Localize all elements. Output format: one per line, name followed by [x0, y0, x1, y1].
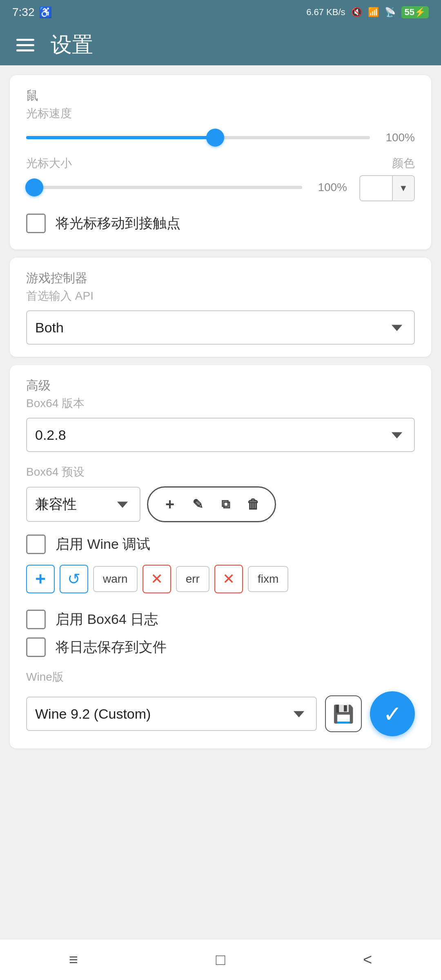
box64-log-label: 启用 Box64 日志 — [56, 610, 158, 629]
err-debug-button[interactable]: err — [176, 566, 209, 592]
move-cursor-label: 将光标移动到接触点 — [56, 214, 180, 233]
status-time: 7:32 — [12, 6, 35, 19]
accessibility-icon: ♿ — [39, 6, 52, 19]
refresh-debug-button[interactable]: ↺ — [60, 565, 88, 593]
cursor-size-row: 光标大小 100% 颜色 ▼ — [26, 156, 415, 205]
api-dropdown-value: Both — [35, 320, 388, 336]
cursor-speed-value: 100% — [378, 131, 415, 144]
header: 设置 — [0, 24, 441, 65]
status-right: 6.67 KB/s 🔇 📶 📡 55⚡ — [306, 6, 429, 18]
warn-debug-button[interactable]: warn — [93, 566, 138, 592]
menu-button[interactable] — [16, 39, 34, 51]
wine-version-value: Wine 9.2 (Custom) — [35, 706, 290, 722]
battery-badge: 55⚡ — [401, 6, 429, 18]
move-cursor-checkbox[interactable] — [26, 214, 46, 233]
api-dropdown-arrow-icon — [388, 318, 406, 336]
main-content: 鼠 光标速度 100% 光标大小 — [0, 65, 441, 806]
box64-version-dropdown[interactable]: 0.2.8 — [26, 418, 415, 452]
gamepad-section-label: 游戏控制器 — [26, 270, 415, 287]
box64-log-checkbox[interactable] — [26, 610, 46, 629]
preset-dropdown-arrow-icon — [114, 495, 131, 513]
preset-action-buttons: + ✎ ⧉ 🗑 — [147, 486, 276, 522]
add-preset-button[interactable]: + — [158, 492, 182, 516]
advanced-section: 高级 Box64 版本 0.2.8 Box64 预设 兼容性 + ✎ ⧉ 🗑 启… — [10, 365, 431, 748]
wine-debug-checkbox[interactable] — [26, 535, 46, 554]
cursor-size-slider-row: 100% — [26, 178, 347, 197]
signal-icon: 📶 — [368, 7, 379, 18]
cursor-speed-row: 100% — [26, 128, 415, 147]
box64-log-row: 启用 Box64 日志 — [26, 606, 415, 633]
wine-version-label: Wine版 — [26, 669, 415, 685]
confirm-button[interactable]: ✓ — [370, 691, 415, 736]
color-dropdown-arrow-icon[interactable]: ▼ — [393, 176, 414, 200]
remove-err-button[interactable]: ✕ — [214, 565, 243, 593]
copy-preset-button[interactable]: ⧉ — [214, 492, 237, 516]
wifi-icon: 📡 — [385, 7, 396, 18]
advanced-section-label: 高级 — [26, 377, 415, 394]
mute-icon: 🔇 — [351, 7, 362, 18]
box64-preset-label: Box64 预设 — [26, 464, 415, 480]
remove-warn-button[interactable]: ✕ — [143, 565, 171, 593]
status-bar: 7:32 ♿ 6.67 KB/s 🔇 📶 📡 55⚡ — [0, 0, 441, 24]
preset-row: 兼容性 + ✎ ⧉ 🗑 — [26, 486, 415, 522]
delete-preset-button[interactable]: 🗑 — [241, 492, 265, 516]
save-log-row: 将日志保存到文件 — [26, 633, 415, 661]
gamepad-section: 游戏控制器 首选输入 API Both — [10, 258, 431, 357]
cursor-speed-slider[interactable] — [26, 128, 370, 147]
edit-preset-button[interactable]: ✎ — [186, 492, 209, 516]
color-swatch — [360, 176, 393, 200]
wine-debug-row: 启用 Wine 调试 — [26, 530, 415, 558]
save-icon: 💾 — [333, 704, 354, 724]
box64-version-arrow-icon — [388, 426, 406, 444]
color-section: 颜色 ▼ — [359, 156, 415, 201]
cursor-size-left: 光标大小 100% — [26, 156, 347, 205]
mouse-section-label: 鼠 — [26, 87, 415, 104]
network-speed: 6.67 KB/s — [306, 7, 345, 18]
wine-debug-label: 启用 Wine 调试 — [56, 535, 150, 554]
navigation-bar: ≡ □ < — [0, 939, 441, 980]
cursor-speed-label: 光标速度 — [26, 106, 415, 121]
cursor-size-slider[interactable] — [26, 178, 302, 197]
page-title: 设置 — [51, 31, 93, 59]
fixm-debug-button[interactable]: fixm — [248, 566, 288, 592]
color-label: 颜色 — [392, 156, 415, 171]
nav-back-button[interactable]: < — [363, 951, 372, 969]
nav-home-button[interactable]: □ — [216, 951, 225, 969]
add-debug-button[interactable]: + — [26, 565, 55, 593]
wine-version-dropdown[interactable]: Wine 9.2 (Custom) — [26, 697, 317, 731]
move-cursor-row: 将光标移动到接触点 — [26, 209, 415, 237]
cursor-size-value: 100% — [310, 181, 347, 194]
save-log-checkbox[interactable] — [26, 637, 46, 657]
cursor-size-label: 光标大小 — [26, 156, 347, 171]
debug-buttons-row: + ↺ warn ✕ err ✕ fixm — [26, 565, 415, 593]
box64-preset-dropdown[interactable]: 兼容性 — [26, 487, 140, 522]
box64-preset-value: 兼容性 — [35, 495, 114, 514]
box64-version-value: 0.2.8 — [35, 427, 388, 443]
save-config-button[interactable]: 💾 — [325, 695, 362, 732]
wine-version-arrow-icon — [290, 705, 308, 723]
mouse-section: 鼠 光标速度 100% 光标大小 — [10, 75, 431, 249]
nav-menu-button[interactable]: ≡ — [69, 951, 78, 969]
save-log-label: 将日志保存到文件 — [56, 638, 167, 657]
api-label: 首选输入 API — [26, 288, 415, 304]
wine-version-row: Wine 9.2 (Custom) 💾 ✓ — [26, 691, 415, 736]
box64-version-label: Box64 版本 — [26, 396, 415, 411]
api-dropdown[interactable]: Both — [26, 310, 415, 345]
check-icon: ✓ — [383, 701, 402, 727]
status-left: 7:32 ♿ — [12, 6, 52, 19]
color-picker-button[interactable]: ▼ — [359, 175, 415, 201]
